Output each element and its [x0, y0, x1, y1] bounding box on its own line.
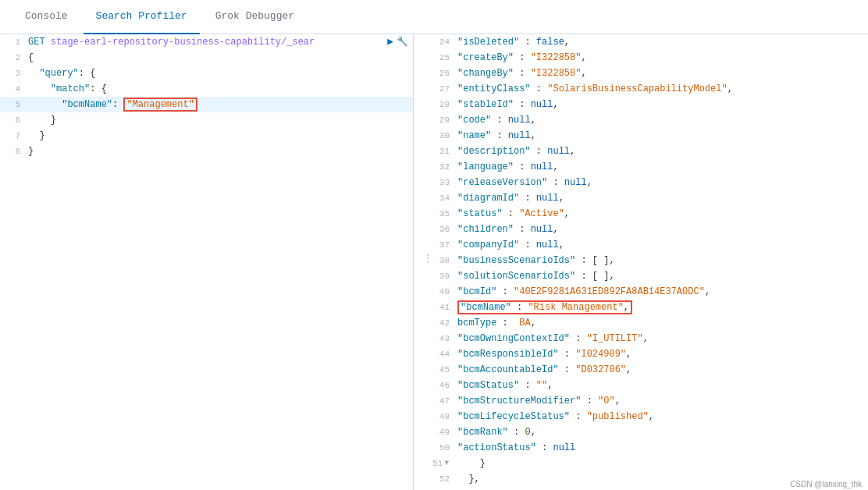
rline-content-39: "solutionScenarioIds" : [ ], — [457, 268, 868, 284]
rline-num-32: 32 — [429, 159, 457, 175]
tab-grok-debugger[interactable]: Grok Debugger — [203, 0, 307, 34]
editor-line-8: 8 } — [0, 144, 413, 159]
rline-num-39: 39 — [429, 268, 457, 284]
rline-num-50: 50 — [429, 440, 457, 456]
rline-content-41: "bcmName" : "Risk Management", — [457, 300, 868, 315]
result-line-35: 35 "status" : "Active", — [429, 206, 868, 222]
result-line-38: 38 "businessScenarioIds" : [ ], — [429, 253, 868, 268]
line-content-8: } — [28, 144, 413, 159]
rline-content-32: "language" : null, — [457, 159, 868, 175]
rline-num-31: 31 — [429, 144, 457, 159]
result-line-40: 40 "bcmId" : "40E2F9281A631ED892FA8AB14E… — [429, 284, 868, 300]
result-line-47: 47 "bcmStructureModifier" : "0", — [429, 393, 868, 409]
line-content-5: "bcmName": "Management" — [28, 97, 413, 112]
rline-content-27: "entityClass" : "SolarisBusinessCapabili… — [457, 81, 868, 97]
result-line-45: 45 "bcmAccountableId" : "D032706", — [429, 362, 868, 378]
line-num-2: 2 — [0, 50, 28, 66]
result-line-36: 36 "children" : null, — [429, 222, 868, 237]
rline-num-51: 51 ▼ — [429, 456, 457, 471]
result-code-area: 24 "isDeleted" : false, 25 "createBy" : … — [414, 34, 868, 490]
tab-console[interactable]: Console — [12, 0, 80, 34]
editor-line-4: 4 "match": { — [0, 81, 413, 97]
editor-line-3: 3 "query": { — [0, 66, 413, 81]
result-line-34: 34 "diagramId" : null, — [429, 190, 868, 206]
rline-content-30: "name" : null, — [457, 128, 868, 144]
rline-num-48: 48 — [429, 409, 457, 424]
line-num-3: 3 — [0, 66, 28, 81]
line-num-6: 6 — [0, 112, 28, 128]
line-content-3: "query": { — [28, 66, 413, 81]
rline-content-44: "bcmResponsibleId" : "I024909", — [457, 346, 868, 362]
rline-num-28: 28 — [429, 97, 457, 112]
rline-num-36: 36 — [429, 222, 457, 237]
rline-content-24: "isDeleted" : false, — [457, 34, 868, 50]
result-line-25: 25 "createBy" : "I322858", — [429, 50, 868, 66]
left-panel: 1 GET stage-earl-repository-business-cap… — [0, 34, 414, 490]
rline-num-41: 41 — [429, 300, 457, 315]
rline-content-36: "children" : null, — [457, 222, 868, 237]
rline-num-42: 42 — [429, 315, 457, 331]
line-content-7: } — [28, 128, 413, 144]
rline-content-25: "createBy" : "I322858", — [457, 50, 868, 66]
editor-code-area: 1 GET stage-earl-repository-business-cap… — [0, 34, 413, 159]
line-content-6: } — [28, 112, 413, 128]
rline-num-37: 37 — [429, 237, 457, 253]
rline-content-46: "bcmStatus" : "", — [457, 378, 868, 393]
result-line-51: 51 ▼ } — [429, 456, 868, 471]
result-line-43: 43 "bcmOwningContextId" : "I_UTILIT", — [429, 331, 868, 346]
rline-num-34: 34 — [429, 190, 457, 206]
rline-num-53: 53 — [429, 487, 457, 490]
rline-num-30: 30 — [429, 128, 457, 144]
line-num-7: 7 — [0, 128, 28, 144]
rline-num-40: 40 — [429, 284, 457, 300]
line-num-5: 5 — [0, 97, 28, 112]
result-line-31: 31 "description" : null, — [429, 144, 868, 159]
editor-line-7: 7 } — [0, 128, 413, 144]
rline-num-25: 25 — [429, 50, 457, 66]
result-line-33: 33 "releaseVersion" : null, — [429, 175, 868, 190]
result-line-24: 24 "isDeleted" : false, — [429, 34, 868, 50]
wrench-icon[interactable]: 🔧 — [397, 34, 408, 50]
line-1-icons: ▶ 🔧 — [387, 34, 413, 50]
result-line-39: 39 "solutionScenarioIds" : [ ], — [429, 268, 868, 284]
top-nav: Console Search Profiler Grok Debugger — [0, 0, 868, 34]
tab-search-profiler[interactable]: Search Profiler — [84, 0, 200, 34]
line-content-2: { — [28, 50, 413, 66]
rline-num-35: 35 — [429, 206, 457, 222]
rline-content-40: "bcmId" : "40E2F9281A631ED892FA8AB14E37A… — [457, 284, 868, 300]
rline-content-51: } — [457, 456, 868, 471]
result-line-27: 27 "entityClass" : "SolarisBusinessCapab… — [429, 81, 868, 97]
result-line-26: 26 "changeBy" : "I322858", — [429, 66, 868, 81]
rline-num-46: 46 — [429, 378, 457, 393]
app-container: Console Search Profiler Grok Debugger 1 … — [0, 0, 868, 490]
rline-num-26: 26 — [429, 66, 457, 81]
rline-content-35: "status" : "Active", — [457, 206, 868, 222]
rline-content-26: "changeBy" : "I322858", — [457, 66, 868, 81]
expand-section[interactable]: ⋮ — [420, 253, 436, 265]
rline-content-47: "bcmStructureModifier" : "0", — [457, 393, 868, 409]
editor-line-5: 5 "bcmName": "Management" — [0, 97, 413, 112]
line-content-1: GET stage-earl-repository-business-capab… — [28, 34, 387, 50]
rline-num-49: 49 — [429, 424, 457, 440]
result-line-32: 32 "language" : null, — [429, 159, 868, 175]
result-line-28: 28 "stableId" : null, — [429, 97, 868, 112]
run-icon[interactable]: ▶ — [387, 34, 393, 50]
result-line-42: 42 bcmType : BA, — [429, 315, 868, 331]
rline-num-52: 52 — [429, 471, 457, 487]
rline-num-33: 33 — [429, 175, 457, 190]
expand-dots-icon[interactable]: ⋮ — [420, 254, 436, 265]
main-content: 1 GET stage-earl-repository-business-cap… — [0, 34, 868, 490]
rline-content-29: "code" : null, — [457, 112, 868, 128]
rline-num-45: 45 — [429, 362, 457, 378]
editor-line-2: 2 { — [0, 50, 413, 66]
rline-num-47: 47 — [429, 393, 457, 409]
result-line-50: 50 "actionStatus" : null — [429, 440, 868, 456]
editor-line-6: 6 } — [0, 112, 413, 128]
result-line-30: 30 "name" : null, — [429, 128, 868, 144]
right-panel: ⋮ 24 "isDeleted" : false, 25 "createBy" … — [414, 34, 868, 490]
watermark: CSDN @lanxing_thk — [790, 480, 862, 488]
rline-content-48: "bcmLifecycleStatus" : "published", — [457, 409, 868, 424]
result-line-41: 41 "bcmName" : "Risk Management", — [429, 300, 868, 315]
result-line-46: 46 "bcmStatus" : "", — [429, 378, 868, 393]
rline-content-31: "description" : null, — [457, 144, 868, 159]
